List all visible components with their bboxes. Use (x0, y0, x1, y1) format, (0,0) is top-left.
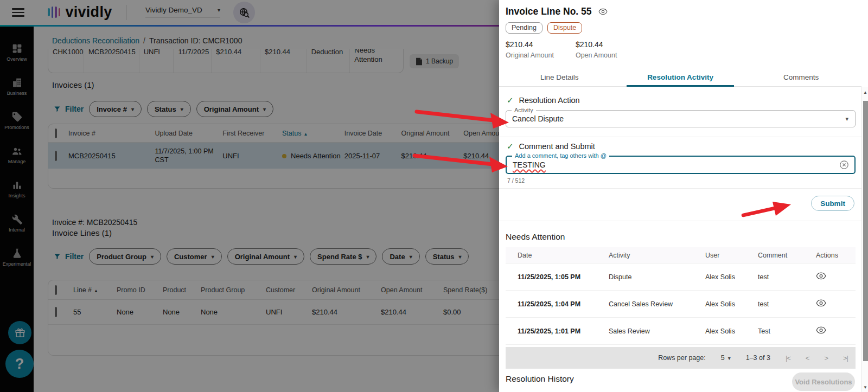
col-user: User (705, 252, 758, 259)
chevron-down-icon: ▾ (728, 355, 731, 361)
open-amount-block: $210.44 Open Amount (576, 40, 617, 59)
rows-per-page-label: Rows per page: (658, 354, 706, 362)
resolution-action-title: Resolution Action (519, 96, 580, 105)
col-actions: Actions (810, 252, 856, 259)
check-icon: ✓ (507, 95, 514, 105)
col-date: Date (506, 252, 609, 259)
submit-button[interactable]: Submit (811, 196, 854, 211)
last-page-icon[interactable]: >| (843, 354, 848, 362)
needs-attention-table: Date Activity User Comment Actions 11/25… (506, 247, 856, 345)
col-comment: Comment (758, 252, 810, 259)
section-divider (499, 188, 861, 189)
cell-date: 11/25/2025, 1:05 PM (506, 273, 609, 281)
void-resolutions-button[interactable]: Void Resolutions (792, 372, 855, 391)
scroll-up-icon[interactable]: ▲ (862, 90, 868, 95)
rows-per-page-value: 5 (721, 354, 725, 362)
tab-line-details[interactable]: Line Details (499, 68, 620, 86)
cell-user: Alex Solis (705, 327, 758, 335)
view-eye-icon[interactable] (816, 272, 826, 280)
scroll-down-icon[interactable]: ▼ (862, 385, 868, 390)
activity-select[interactable]: Activity Cancel Dispute ▾ (506, 110, 856, 127)
clear-circle-x-icon (839, 160, 849, 170)
chevron-down-icon: ▾ (845, 111, 848, 127)
cell-comment: test (758, 273, 810, 281)
cell-user: Alex Solis (705, 273, 758, 281)
scrollbar-thumb[interactable] (863, 101, 868, 361)
status-badge-pending: Pending (506, 22, 542, 34)
col-activity: Activity (609, 252, 705, 259)
table-row: 11/25/2025, 1:04 PM Cancel Sales Review … (506, 291, 856, 318)
status-badge-dispute: Dispute (547, 22, 582, 34)
cell-date: 11/25/2025, 1:01 PM (506, 327, 609, 335)
cell-comment: Test (758, 327, 810, 335)
view-eye-icon[interactable] (816, 299, 826, 307)
cell-user: Alex Solis (705, 300, 758, 308)
pagination-bar: Rows per page: 5▾ 1–3 of 3 |< < > >| (506, 347, 856, 369)
cell-activity: Cancel Sales Review (609, 300, 705, 308)
original-amount-value: $210.44 (506, 40, 554, 49)
panel-tabs: Line Details Resolution Activity Comment… (499, 68, 861, 87)
resolution-history-title: Resolution History (506, 374, 574, 384)
comment-input[interactable]: Add a comment, tag others with @ TESTING (506, 156, 856, 174)
cell-activity: Sales Review (609, 327, 705, 335)
previous-page-icon[interactable]: < (806, 354, 809, 362)
original-amount-label: Original Amount (506, 52, 554, 59)
open-amount-value: $210.44 (576, 40, 617, 49)
first-page-icon[interactable]: |< (786, 354, 790, 362)
panel-scrollbar[interactable]: ▲ ▼ (861, 87, 868, 392)
clear-comment-button[interactable] (839, 160, 849, 172)
needs-attention-header: Date Activity User Comment Actions (506, 247, 856, 264)
panel-title: Invoice Line No. 55 (506, 6, 592, 17)
open-amount-label: Open Amount (576, 52, 617, 59)
check-icon: ✓ (507, 142, 514, 151)
pagination-range: 1–3 of 3 (746, 354, 770, 362)
comment-section-title: Comment and Submit (519, 142, 595, 151)
table-row: 11/25/2025, 1:01 PM Sales Review Alex So… (506, 318, 856, 345)
view-eye-icon[interactable] (816, 326, 826, 334)
cell-comment: test (758, 300, 810, 308)
next-page-icon[interactable]: > (824, 354, 828, 362)
visibility-eye-icon[interactable] (598, 8, 608, 15)
activity-select-value: Cancel Dispute (512, 111, 564, 127)
modal-backdrop[interactable] (0, 0, 499, 392)
section-divider (499, 137, 861, 137)
rows-per-page-select[interactable]: 5▾ (721, 354, 731, 362)
table-row: 11/25/2025, 1:05 PM Dispute Alex Solis t… (506, 264, 856, 291)
comment-input-value: TESTING (513, 157, 546, 173)
section-divider (499, 221, 861, 221)
tab-comments[interactable]: Comments (741, 68, 861, 86)
character-counter: 7 / 512 (507, 177, 525, 184)
invoice-line-detail-panel: Invoice Line No. 55 Pending Dispute $210… (499, 0, 868, 392)
cell-date: 11/25/2025, 1:04 PM (506, 300, 609, 308)
needs-attention-title: Needs Attention (506, 232, 565, 242)
cell-activity: Dispute (609, 273, 705, 281)
original-amount-block: $210.44 Original Amount (506, 40, 554, 59)
tab-resolution-activity[interactable]: Resolution Activity (620, 68, 741, 86)
